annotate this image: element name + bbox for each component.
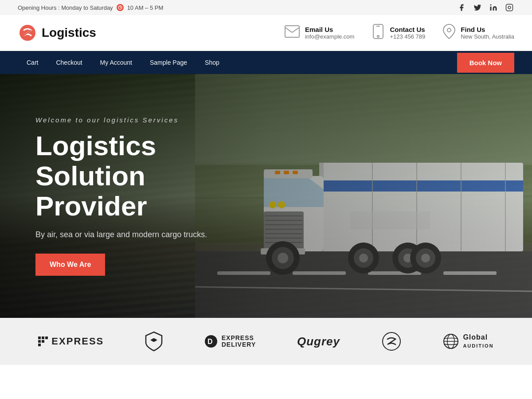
hero-title: Logistics Solution Provider — [35, 131, 231, 222]
svg-rect-66 — [42, 340, 44, 343]
linkedin-icon[interactable] — [489, 3, 498, 12]
nav-cart[interactable]: Cart — [18, 51, 47, 74]
hours-time: 10 AM – 5 PM — [127, 4, 164, 11]
brand-qugrey-text: Qugrey — [297, 335, 340, 348]
logo[interactable]: Logistics — [18, 23, 96, 43]
phone-label: Contact Us — [390, 26, 425, 33]
opening-hours: Opening Hours : Monday to Saturday 10 AM… — [18, 4, 163, 11]
global-brand-icon — [442, 333, 459, 350]
brand-express-delivery: D EXPRESSDELIVERY — [204, 334, 256, 348]
hero-content: Welcome to our logistics Services Logist… — [0, 116, 266, 276]
brand-shield — [145, 331, 163, 352]
brand-swirl — [381, 331, 402, 352]
twitter-icon[interactable] — [473, 3, 482, 12]
brand-global-text: GlobalAUDITION — [463, 333, 493, 349]
svg-point-12 — [447, 28, 451, 32]
svg-line-2 — [120, 8, 121, 8]
brand-express: EXPRESS — [38, 336, 104, 347]
svg-point-4 — [490, 4, 492, 6]
find-value: New South, Australia — [461, 33, 514, 40]
svg-rect-8 — [285, 26, 299, 37]
email-label: Email Us — [305, 26, 354, 33]
svg-text:D: D — [207, 338, 213, 345]
nav-sample-page[interactable]: Sample Page — [141, 51, 196, 74]
logo-text: Logistics — [42, 26, 96, 40]
clock-icon — [117, 4, 124, 11]
svg-rect-3 — [490, 7, 492, 11]
site-header: Logistics Email Us info@example.com Cont… — [0, 15, 532, 51]
express-grid-icon — [38, 336, 48, 346]
brands-bar: EXPRESS D EXPRESSDELIVERY Qugrey — [0, 318, 532, 365]
shield-brand-icon — [145, 331, 163, 352]
phone-icon — [372, 24, 384, 42]
svg-rect-62 — [38, 336, 41, 339]
hero-subtitle: Welcome to our logistics Services — [35, 116, 231, 124]
logo-icon — [18, 23, 37, 43]
main-nav: Cart Checkout My Account Sample Page Sho… — [0, 51, 532, 74]
email-contact: Email Us info@example.com — [285, 25, 354, 41]
find-label: Find Us — [461, 26, 514, 33]
location-icon — [443, 24, 455, 42]
nav-links: Cart Checkout My Account Sample Page Sho… — [18, 51, 228, 74]
who-we-are-button[interactable]: Who We Are — [35, 254, 105, 276]
nav-my-account[interactable]: My Account — [91, 51, 141, 74]
svg-rect-5 — [506, 4, 513, 11]
nav-checkout[interactable]: Checkout — [47, 51, 91, 74]
brand-qugrey: Qugrey — [297, 335, 340, 348]
svg-point-68 — [152, 338, 156, 342]
book-now-button[interactable]: Book Now — [457, 53, 514, 73]
email-icon — [285, 25, 300, 41]
svg-rect-67 — [38, 344, 41, 346]
svg-rect-63 — [42, 336, 44, 339]
header-contacts: Email Us info@example.com Contact Us +12… — [285, 24, 514, 42]
hero-section: Welcome to our logistics Services Logist… — [0, 74, 532, 318]
svg-point-11 — [377, 35, 379, 37]
top-bar: Opening Hours : Monday to Saturday 10 AM… — [0, 0, 532, 15]
hours-text: Opening Hours : Monday to Saturday — [18, 4, 113, 11]
svg-rect-65 — [38, 340, 41, 343]
location-contact: Find Us New South, Australia — [443, 24, 514, 42]
social-links — [457, 3, 514, 12]
facebook-icon[interactable] — [457, 3, 466, 12]
phone-value: +123 456 789 — [390, 33, 425, 40]
svg-rect-64 — [45, 336, 48, 339]
swirl-brand-icon — [381, 331, 402, 352]
brand-global: GlobalAUDITION — [442, 333, 493, 350]
nav-shop[interactable]: Shop — [196, 51, 228, 74]
phone-contact: Contact Us +123 456 789 — [372, 24, 425, 42]
email-value: info@example.com — [305, 33, 354, 40]
hero-description: By air, sea or via large and modern carg… — [35, 230, 231, 239]
brand-express-delivery-text: EXPRESSDELIVERY — [222, 335, 256, 348]
instagram-icon[interactable] — [505, 3, 514, 12]
brand-express-text: EXPRESS — [51, 336, 104, 347]
express-delivery-icon: D — [204, 334, 218, 348]
